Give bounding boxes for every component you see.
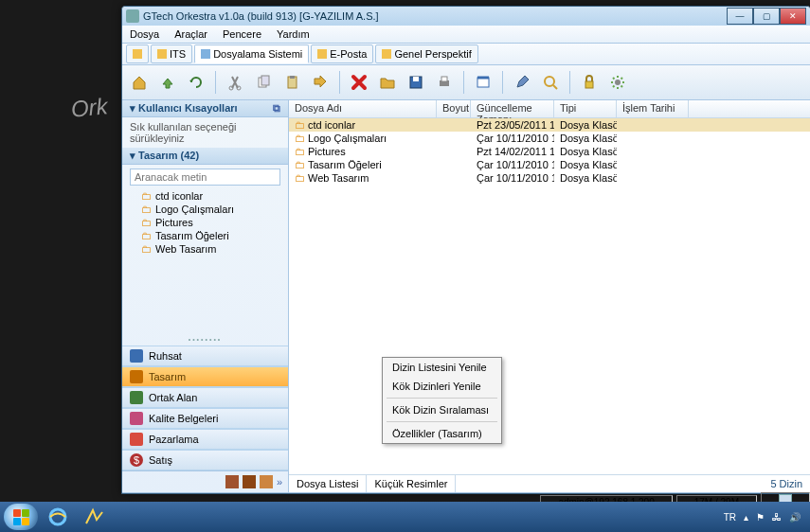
bottab-thumbs[interactable]: Küçük Resimler (367, 475, 456, 492)
tool-newfolder-icon[interactable] (374, 69, 401, 96)
lang-indicator[interactable]: TR (724, 512, 736, 523)
folder-icon: 🗀 (141, 243, 152, 255)
folder-icon: 🗀 (141, 190, 152, 202)
tool-edit-icon[interactable] (509, 69, 535, 96)
col-size[interactable]: Boyut (437, 100, 471, 117)
table-row[interactable]: 🗀Logo ÇalışmalarıÇar 10/11/2010 11:46Dos… (289, 132, 810, 145)
tool-cut-icon[interactable] (222, 69, 248, 96)
tool-home-icon[interactable] (126, 69, 153, 96)
nav-ruhsat[interactable]: Ruhsat (122, 346, 288, 366)
tab-its[interactable]: ITS (151, 44, 192, 63)
tree-item[interactable]: 🗀Pictures (130, 216, 280, 229)
tree-item[interactable]: 🗀Web Tasarım (130, 242, 280, 256)
table-row[interactable]: 🗀Tasarım ÖğeleriÇar 10/11/2010 11:38Dosy… (289, 158, 810, 171)
tray-network-icon[interactable]: 🖧 (772, 512, 782, 523)
tool-up-icon[interactable] (154, 69, 181, 96)
maximize-button[interactable]: ▢ (753, 8, 780, 25)
toolbar (122, 65, 810, 100)
tab-dosyalama[interactable]: Dosyalama Sistemi (194, 44, 309, 63)
ctx-properties[interactable]: Özellikler (Tasarım) (383, 424, 501, 443)
tray-chevron-icon[interactable]: ▴ (744, 512, 748, 523)
tool-print-icon[interactable] (431, 69, 458, 96)
main-panel: Dosya Adı Boyut Güncelleme Zamanı Tipi İ… (289, 100, 810, 492)
bottom-tabs: Dosya Listesi Küçük Resimler 5 Dizin (289, 474, 810, 492)
minimize-button[interactable]: — (727, 8, 753, 25)
ctx-refresh-list[interactable]: Dizin Listesini Yenile (383, 358, 501, 377)
nav-stack: •••••••• Ruhsat Tasarım Ortak Alan Kalit… (122, 336, 288, 492)
perspective-tabbar: ITS Dosyalama Sistemi E-Posta Genel Pers… (122, 44, 810, 65)
nav-footer-icon[interactable] (260, 475, 273, 488)
tab-genel[interactable]: Genel Perspektif (375, 44, 477, 63)
svg-rect-12 (585, 81, 593, 88)
gripper[interactable]: •••••••• (122, 336, 288, 346)
shortcuts-header[interactable]: ▾ Kullanıcı Kısayolları ⧉ (122, 100, 288, 117)
menu-tools[interactable]: Araçlar (171, 28, 211, 40)
ctx-separator (387, 398, 497, 399)
table-row[interactable]: 🗀ctd iconlarPzt 23/05/2011 17:53Dosya Kl… (289, 118, 810, 132)
ctx-refresh-roots[interactable]: Kök Dizinleri Yenile (383, 377, 501, 396)
col-modified[interactable]: Güncelleme Zamanı (471, 100, 554, 117)
menubar: Dosya Araçlar Pencere Yardım (122, 26, 810, 44)
nav-pazarlama[interactable]: Pazarlama (122, 429, 288, 450)
tool-settings-icon[interactable] (604, 69, 631, 96)
window-title: GTech Orkestra v1.0a (build 913) [G-YAZI… (143, 10, 379, 22)
start-button[interactable] (4, 504, 38, 530)
folder-icon: 🗀 (295, 159, 305, 170)
folder-icon: 🗀 (295, 119, 305, 131)
perspectives-button[interactable] (126, 44, 149, 63)
bottab-list[interactable]: Dosya Listesi (289, 475, 367, 492)
taskbar-ie-icon[interactable] (42, 505, 74, 528)
col-type[interactable]: Tipi (554, 100, 617, 117)
nav-satis[interactable]: $Satış (122, 450, 288, 470)
search-input[interactable] (130, 168, 280, 186)
design-header[interactable]: ▾ Tasarım (42) (122, 148, 288, 165)
table-row[interactable]: 🗀PicturesPzt 14/02/2011 10:12Dosya Klasö… (289, 145, 810, 158)
tray-flag-icon[interactable]: ⚑ (756, 512, 765, 523)
col-name[interactable]: Dosya Adı (289, 100, 437, 117)
folder-icon: 🗀 (141, 217, 152, 228)
svg-point-11 (545, 77, 554, 86)
close-button[interactable]: ✕ (780, 8, 806, 25)
nav-footer-icon[interactable] (243, 475, 256, 488)
ctx-root-order[interactable]: Kök Dizin Sıralaması (383, 400, 501, 419)
titlebar[interactable]: GTech Orkestra v1.0a (build 913) [G-YAZI… (122, 7, 810, 26)
folder-icon: 🗀 (141, 204, 152, 215)
app-icon (126, 9, 139, 23)
tool-paste-icon[interactable] (279, 69, 305, 96)
nav-tasarim[interactable]: Tasarım (122, 366, 288, 387)
taskbar: TR ▴ ⚑ 🖧 🔊 (0, 502, 810, 532)
nav-kalite[interactable]: Kalite Belgeleri (122, 408, 288, 429)
sidebar: ▾ Kullanıcı Kısayolları ⧉ Sık kullanılan… (122, 100, 289, 492)
table-row[interactable]: 🗀Web TasarımÇar 10/11/2010 11:50Dosya Kl… (289, 171, 810, 185)
tree-item[interactable]: 🗀ctd iconlar (130, 189, 280, 203)
column-headers: Dosya Adı Boyut Güncelleme Zamanı Tipi İ… (289, 100, 810, 118)
tool-delete-icon[interactable] (346, 69, 372, 96)
tool-save-icon[interactable] (403, 69, 429, 96)
tree-item[interactable]: 🗀Tasarım Öğeleri (130, 229, 280, 242)
tool-copy-icon[interactable] (250, 69, 277, 96)
nav-overflow-icon[interactable]: » (277, 476, 282, 488)
nav-footer-icon[interactable] (225, 475, 239, 488)
svg-point-13 (615, 80, 621, 85)
taskbar-app-icon[interactable] (78, 505, 110, 528)
tool-refresh-icon[interactable] (183, 69, 209, 96)
tab-eposta[interactable]: E-Posta (311, 44, 373, 63)
tree-item[interactable]: 🗀Logo Çalışmaları (130, 203, 280, 216)
col-action[interactable]: İşlem Tarihi (617, 100, 689, 117)
menu-help[interactable]: Yardım (273, 28, 314, 40)
folder-icon: 🗀 (295, 146, 305, 157)
tray-volume-icon[interactable]: 🔊 (789, 512, 801, 523)
svg-rect-9 (441, 77, 447, 81)
menu-file[interactable]: Dosya (126, 28, 163, 40)
tool-lock-icon[interactable] (576, 69, 603, 96)
svg-rect-5 (290, 76, 295, 79)
shortcuts-add-icon[interactable]: ⧉ (273, 102, 280, 115)
desktop-bg-text: Ork (70, 93, 109, 122)
menu-window[interactable]: Pencere (219, 28, 265, 40)
nav-ortak[interactable]: Ortak Alan (122, 387, 288, 408)
tool-search-icon[interactable] (537, 69, 564, 96)
system-tray: TR ▴ ⚑ 🖧 🔊 (724, 512, 806, 523)
tool-preview-icon[interactable] (470, 69, 496, 96)
tool-move-icon[interactable] (307, 69, 333, 96)
svg-rect-3 (261, 76, 269, 85)
